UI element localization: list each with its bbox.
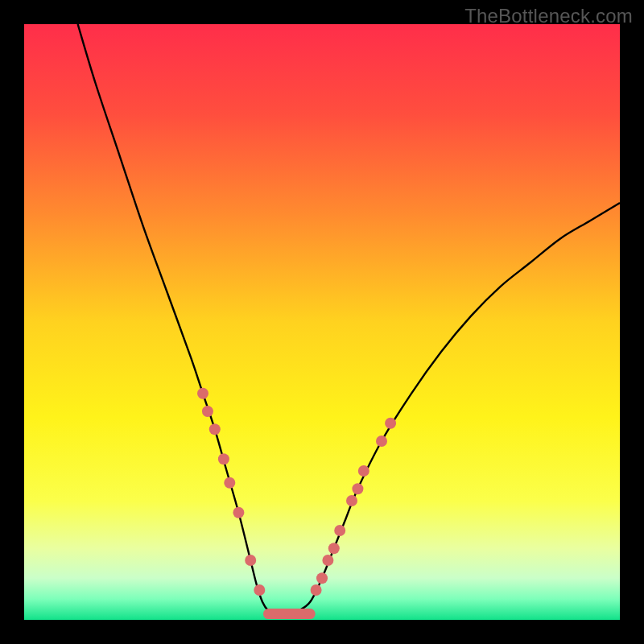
watermark-text: TheBottleneck.com — [464, 5, 633, 27]
data-point-marker — [385, 418, 396, 429]
data-point-marker — [322, 555, 333, 566]
data-point-marker — [352, 483, 363, 494]
data-point-marker — [209, 423, 221, 435]
data-point-marker — [311, 584, 322, 596]
data-point-marker — [233, 507, 244, 518]
data-point-marker — [224, 477, 235, 489]
data-point-marker — [346, 495, 357, 506]
gradient-background — [24, 24, 620, 620]
data-point-marker — [358, 465, 369, 477]
data-point-marker — [334, 525, 345, 536]
data-point-marker — [376, 436, 387, 447]
bottleneck-chart — [24, 24, 620, 620]
chart-frame — [24, 24, 620, 620]
data-point-marker — [202, 406, 213, 417]
data-point-marker — [197, 388, 208, 399]
data-point-marker — [328, 543, 340, 554]
data-point-marker — [218, 453, 229, 464]
data-point-marker — [316, 572, 328, 584]
data-point-marker — [245, 555, 256, 566]
data-point-marker — [254, 584, 265, 596]
